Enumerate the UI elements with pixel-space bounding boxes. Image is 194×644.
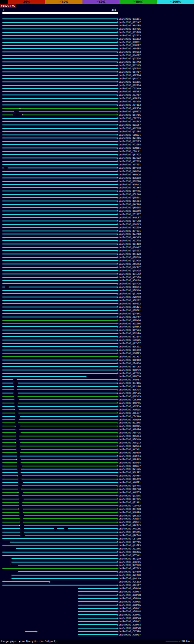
hit-label[interactable]: UniRef100_B4VHR6 xyxy=(119,190,141,192)
hit-label[interactable]: UniRef100_A7WMV0 xyxy=(119,597,141,600)
hit-bar[interactable] xyxy=(2,95,117,95)
hit-label[interactable]: UniRef100_A5PL26 xyxy=(119,392,141,394)
hit-bar[interactable] xyxy=(2,68,117,69)
hit-label[interactable]: UniRef100_B8KT46 xyxy=(119,551,141,553)
hit-label[interactable]: UniRef100_Q05PJ6 xyxy=(119,282,141,285)
hit-bar[interactable] xyxy=(2,168,117,168)
hit-label[interactable]: UniRef100_A4ACW6 xyxy=(119,527,141,530)
hit-label[interactable]: UniRef100_Q110B4 xyxy=(119,130,141,133)
hit-label[interactable]: UniRef100_A9WIR9 xyxy=(119,418,141,421)
hit-label[interactable]: UniRef100_B8HYJ6 xyxy=(119,173,141,176)
hit-bar[interactable] xyxy=(2,128,117,129)
hit-bar[interactable] xyxy=(25,631,36,632)
hit-label[interactable]: UniRef100_A7PTG4 xyxy=(119,74,141,77)
hit-bar[interactable] xyxy=(78,591,117,592)
hit-label[interactable]: UniRef100_Q8YPB5 xyxy=(119,541,141,543)
hit-bar[interactable] xyxy=(2,227,117,228)
hit-bar[interactable] xyxy=(2,545,117,546)
hit-label[interactable]: UniRef100_C7DFR2 xyxy=(119,504,141,507)
hit-label[interactable]: UniRef100_B1WTP5 xyxy=(119,352,141,355)
hit-bar[interactable] xyxy=(2,283,117,284)
hit-label[interactable]: UniRef100_P72584 xyxy=(119,143,141,146)
hit-label[interactable]: UniRef100_B2J1G4 xyxy=(119,335,141,338)
hit-label[interactable]: UniRef100_A3PD22 xyxy=(119,299,141,302)
hit-bar[interactable] xyxy=(2,356,117,357)
hit-bar[interactable] xyxy=(2,55,117,56)
hit-label[interactable]: UniRef100_B4B6Y4 xyxy=(119,286,141,288)
hit-label[interactable]: UniRef100_B5THH1 xyxy=(119,554,141,557)
hit-label[interactable]: UniRef100_Q5LD46 xyxy=(119,193,141,196)
hit-bar[interactable] xyxy=(2,366,117,367)
hit-label[interactable]: UniRef100_Q7XJ13 xyxy=(119,34,141,37)
hit-bar[interactable] xyxy=(2,323,117,324)
hit-bar[interactable] xyxy=(2,370,117,370)
hit-label[interactable]: UniRef100_Q7XJ15 xyxy=(119,81,141,83)
hit-bar[interactable] xyxy=(2,42,117,43)
hit-label[interactable]: UniRef100_Q3J166 xyxy=(119,382,141,384)
hit-label[interactable]: UniRef100_A6DYG0 xyxy=(119,451,141,454)
hit-bar[interactable] xyxy=(2,51,117,52)
hit-bar[interactable] xyxy=(2,379,117,380)
hit-bar[interactable] xyxy=(2,552,117,553)
hit-bar[interactable] xyxy=(78,614,117,615)
hit-label[interactable]: UniRef100_Q9F7Y5 xyxy=(119,484,141,487)
hit-label[interactable]: UniRef100_B9P212 xyxy=(119,302,141,305)
hit-label[interactable]: UniRef100_Q3M3R3 xyxy=(119,325,141,328)
hit-label[interactable]: UniRef100_B2XT59 xyxy=(119,226,141,229)
hit-bar[interactable] xyxy=(78,605,117,606)
hit-bar[interactable] xyxy=(2,260,117,261)
hit-label[interactable]: UniRef100_B8HM79 xyxy=(119,369,141,371)
hit-label[interactable]: UniRef100_C1EC15 xyxy=(119,117,141,120)
hit-label[interactable]: UniRef100_Q9MB22 xyxy=(119,110,141,113)
hit-bar[interactable] xyxy=(2,98,117,99)
hit-label[interactable]: UniRef100_Q8DJ05 xyxy=(119,206,141,209)
hit-bar[interactable] xyxy=(2,300,117,301)
hit-label[interactable]: UniRef100_A3VXW7 xyxy=(119,474,141,477)
hit-label[interactable]: UniRef100_A3WHT4 xyxy=(119,455,141,457)
hit-label[interactable]: UniRef100_A9P154 xyxy=(119,107,141,110)
hit-label[interactable]: UniRef100_Q1XDK9 xyxy=(119,210,141,212)
hit-bar[interactable] xyxy=(2,161,117,162)
hit-label[interactable]: UniRef100_Q17U47 xyxy=(119,21,141,24)
hit-label[interactable]: UniRef100_Q21SZ6 xyxy=(119,468,141,470)
hit-bar[interactable] xyxy=(2,58,117,59)
hit-bar[interactable] xyxy=(2,585,117,586)
hit-bar[interactable] xyxy=(2,28,117,29)
hit-label[interactable]: UniRef100_A9W6Q5 xyxy=(119,408,141,411)
hit-label[interactable]: UniRef100_B0JUN6 xyxy=(119,385,141,388)
hit-label[interactable]: UniRef100_Q7V1M1 xyxy=(119,312,141,315)
hit-bar[interactable] xyxy=(78,634,117,635)
hit-label[interactable]: UniRef100_A7WMV4 xyxy=(119,610,141,613)
hit-label[interactable]: UniRef100_Q7U6Y0 xyxy=(119,256,141,259)
hit-label[interactable]: UniRef100_Q9TLR8 xyxy=(119,220,141,222)
hit-bar[interactable] xyxy=(2,320,117,321)
hit-bar[interactable] xyxy=(12,578,117,579)
hit-bar[interactable] xyxy=(2,568,117,569)
hit-label[interactable]: UniRef100_Q40093 xyxy=(119,51,141,53)
hit-label[interactable]: UniRef100_A7NJG4 xyxy=(119,517,141,520)
hit-bar[interactable] xyxy=(2,274,117,274)
hit-bar[interactable] xyxy=(2,48,117,49)
hit-label[interactable]: UniRef100_B0CB31 xyxy=(119,345,141,348)
hit-bar[interactable] xyxy=(2,214,117,215)
hit-label[interactable]: UniRef100_Q2JM18 xyxy=(119,259,141,262)
hit-bar[interactable] xyxy=(2,373,117,374)
hit-bar[interactable] xyxy=(16,548,117,549)
hit-label[interactable]: UniRef100_Q7XJ14 xyxy=(119,84,141,87)
hit-bar[interactable] xyxy=(2,111,117,112)
hit-label[interactable]: UniRef100_Q945B7 xyxy=(119,54,141,57)
hit-label[interactable]: UniRef100_A3IXK4 xyxy=(119,186,141,189)
hit-bar[interactable] xyxy=(2,174,117,175)
hit-bar[interactable] xyxy=(2,326,117,327)
hit-label[interactable]: UniRef100_Q3AW07 xyxy=(119,246,141,249)
hit-label[interactable]: UniRef100_A3ZAT8 xyxy=(119,239,141,242)
hit-bar[interactable] xyxy=(2,403,117,403)
hit-label[interactable]: UniRef100_A7WMX5 xyxy=(119,613,141,616)
hit-label[interactable]: UniRef100_A8YGY9 xyxy=(119,372,141,375)
hit-bar[interactable] xyxy=(18,565,117,566)
hit-label[interactable]: UniRef100_Q6B8U1 xyxy=(119,196,141,199)
hit-bar[interactable] xyxy=(2,422,117,423)
hit-bar[interactable] xyxy=(78,618,117,619)
hit-bar[interactable] xyxy=(2,151,117,152)
hit-bar[interactable] xyxy=(12,562,117,563)
